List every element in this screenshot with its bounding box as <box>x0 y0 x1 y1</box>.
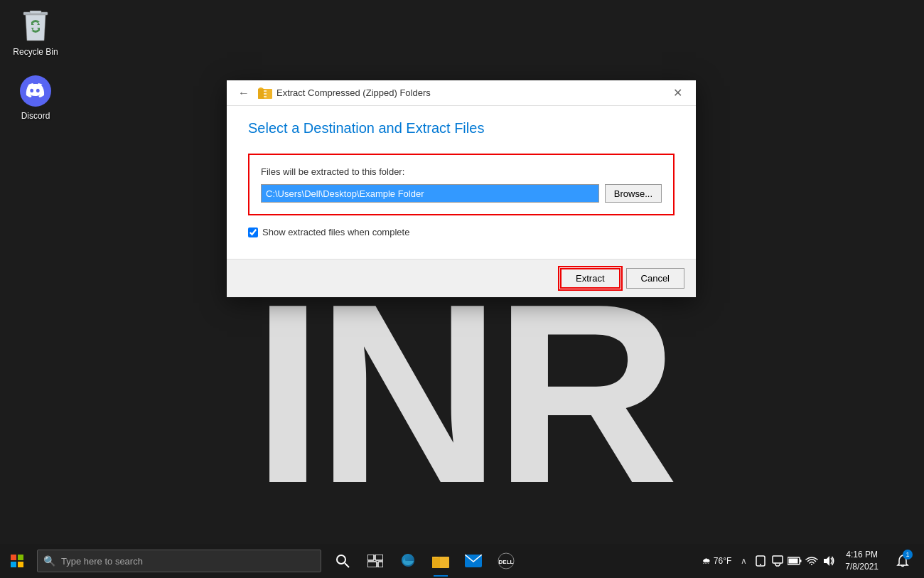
svg-rect-18 <box>432 557 440 568</box>
destination-label: Files will be extracted to this folder: <box>261 166 662 177</box>
svg-rect-29 <box>800 560 802 562</box>
taskbar-mail[interactable] <box>458 544 489 578</box>
taskbar-dell[interactable]: DELL <box>490 544 522 578</box>
dialog-heading: Select a Destination and Extract Files <box>248 120 675 137</box>
weather-temp: 76°F <box>714 556 731 566</box>
extract-dialog: ← Extract Compressed (Zipped) Folders ✕ … <box>227 80 696 297</box>
desktop: INR Recycle Bin Discord <box>0 0 924 578</box>
taskbar-search-app[interactable] <box>327 544 358 578</box>
tablet-mode-icon[interactable] <box>753 544 768 578</box>
dialog-footer: Extract Cancel <box>227 259 696 297</box>
svg-rect-13 <box>367 555 374 560</box>
svg-rect-1 <box>30 11 41 14</box>
show-files-checkbox-label: Show extracted files when complete <box>262 227 409 237</box>
taskbar-search-bar[interactable]: 🔍 Type here to search <box>37 550 321 572</box>
dialog-title-text: Extract Compressed (Zipped) Folders <box>276 87 667 98</box>
notification-badge: 1 <box>903 550 913 560</box>
browse-button[interactable]: Browse... <box>605 184 662 203</box>
svg-rect-15 <box>367 562 377 567</box>
svg-point-11 <box>337 555 345 564</box>
svg-rect-4 <box>264 90 267 92</box>
show-hidden-icons[interactable]: ∧ <box>736 544 751 578</box>
taskbar-file-explorer[interactable] <box>425 544 456 578</box>
dialog-close-button[interactable]: ✕ <box>667 83 687 103</box>
show-files-checkbox[interactable] <box>248 228 258 237</box>
taskbar: 🔍 Type here to search <box>0 544 924 578</box>
destination-input[interactable] <box>261 184 599 203</box>
discord-image <box>18 74 53 108</box>
svg-rect-7 <box>11 555 16 560</box>
weather-icon: 🌧 <box>702 556 711 566</box>
taskbar-right: 🌧 76°F ∧ <box>702 544 924 578</box>
destination-input-row: Browse... <box>261 184 662 203</box>
discord-icon[interactable]: Discord <box>7 71 64 125</box>
svg-rect-8 <box>18 555 23 560</box>
weather-widget[interactable]: 🌧 76°F <box>702 556 731 566</box>
svg-rect-24 <box>773 556 783 563</box>
svg-point-23 <box>760 564 761 565</box>
dialog-back-button[interactable]: ← <box>235 87 252 100</box>
discord-label: Discord <box>21 111 50 122</box>
clock-time: 4:16 PM <box>846 549 878 561</box>
dialog-titlebar: ← Extract Compressed (Zipped) Folders ✕ <box>227 80 696 106</box>
volume-icon[interactable] <box>821 544 837 578</box>
extract-button[interactable]: Extract <box>560 268 620 289</box>
svg-rect-10 <box>18 562 23 567</box>
svg-rect-30 <box>789 559 798 564</box>
taskbar-apps: DELL <box>327 544 522 578</box>
svg-text:DELL: DELL <box>499 559 514 565</box>
wifi-icon[interactable] <box>804 544 820 578</box>
taskbar-edge[interactable] <box>392 544 424 578</box>
clock-date: 7/8/2021 <box>845 561 879 573</box>
start-button[interactable] <box>0 544 34 578</box>
taskbar-task-view[interactable] <box>360 544 391 578</box>
svg-rect-9 <box>11 562 16 567</box>
recycle-bin-image <box>18 10 53 44</box>
taskbar-search-placeholder: Type here to search <box>61 556 143 567</box>
svg-rect-6 <box>264 96 267 97</box>
desktop-background-text: INR <box>0 265 924 521</box>
checkbox-row: Show extracted files when complete <box>248 227 675 237</box>
battery-icon[interactable] <box>787 544 802 578</box>
dialog-body: Select a Destination and Extract Files F… <box>227 106 696 259</box>
svg-line-12 <box>345 563 349 567</box>
cancel-button[interactable]: Cancel <box>626 268 684 289</box>
snip-icon[interactable] <box>770 544 785 578</box>
system-tray: ∧ <box>736 544 837 578</box>
notification-center[interactable]: 1 <box>887 544 918 578</box>
svg-rect-16 <box>378 562 383 567</box>
taskbar-search-icon: 🔍 <box>43 555 55 567</box>
destination-section: Files will be extracted to this folder: … <box>248 154 675 215</box>
svg-rect-5 <box>264 93 267 95</box>
taskbar-clock[interactable]: 4:16 PM 7/8/2021 <box>841 549 883 573</box>
recycle-bin-label: Recycle Bin <box>13 47 58 58</box>
recycle-bin-icon[interactable]: Recycle Bin <box>7 7 64 61</box>
svg-rect-14 <box>375 555 383 560</box>
zip-folder-icon <box>258 86 272 100</box>
